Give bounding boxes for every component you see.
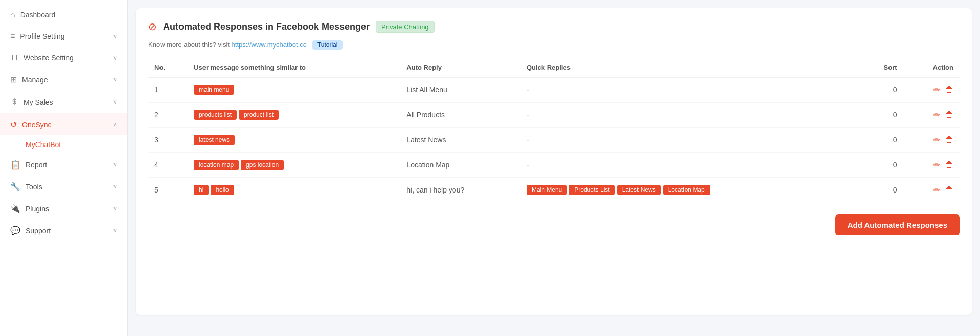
quick-reply-tag: Products List (569, 185, 614, 195)
delete-button[interactable]: 🗑 (945, 160, 953, 170)
table-row: 3latest newsLatest News-0✏🗑 (148, 128, 960, 153)
tutorial-badge[interactable]: Tutorial (312, 40, 343, 50)
sidebar-label-mychatbot: MyChatBot (26, 140, 61, 149)
col-trigger: User message something similar to (188, 59, 400, 77)
chevron-down-icon: ∨ (113, 183, 117, 190)
quick-reply-tag: Location Map (663, 185, 710, 195)
sidebar-label-onesync: OneSync (22, 121, 52, 129)
chevron-down-icon: ∨ (113, 227, 117, 234)
support-icon: 💬 (10, 226, 20, 235)
quick-replies-value: - (520, 153, 859, 178)
chevron-down-icon: ∨ (113, 33, 117, 40)
card-header: ⊘ Automated Responses in Facebook Messen… (148, 20, 960, 33)
table-row: 2products listproduct listAll Products-0… (148, 103, 960, 128)
sidebar-item-mychatbot[interactable]: MyChatBot (26, 135, 127, 154)
sidebar-label-support: Support (26, 227, 51, 235)
row-number: 2 (148, 103, 188, 128)
trigger-tag: main menu (194, 85, 234, 95)
quick-replies-value: Main MenuProducts ListLatest NewsLocatio… (520, 178, 859, 203)
trigger-tag: hello (211, 185, 234, 195)
row-number: 3 (148, 128, 188, 153)
automated-responses-icon: ⊘ (148, 20, 157, 33)
sidebar-item-website-setting[interactable]: 🖥 Website Setting ∨ (0, 47, 127, 68)
trigger-tag: products list (194, 110, 237, 120)
sidebar-item-onesync[interactable]: ↺ OneSync ∧ (0, 113, 127, 135)
sidebar-label-tools: Tools (26, 183, 42, 191)
action-cell: ✏🗑 (903, 128, 960, 153)
manage-icon: ⊞ (10, 75, 17, 84)
monitor-icon: 🖥 (10, 53, 18, 62)
action-cell: ✏🗑 (903, 103, 960, 128)
chevron-down-icon: ∨ (113, 99, 117, 105)
profile-icon: ≡ (10, 32, 15, 41)
col-auto-reply: Auto Reply (400, 59, 520, 77)
sidebar-item-my-sales[interactable]: ＄ My Sales ∨ (0, 90, 127, 113)
add-automated-responses-button[interactable]: Add Automated Responses (835, 214, 960, 235)
sidebar-label-sales: My Sales (24, 98, 53, 106)
edit-button[interactable]: ✏ (933, 110, 940, 120)
sidebar-label-website: Website Setting (24, 54, 74, 62)
sidebar-label-profile: Profile Setting (20, 32, 64, 40)
trigger-tag: product list (239, 110, 279, 120)
sidebar-label-plugins: Plugins (26, 205, 49, 213)
sidebar: ⌂ Dashboard ≡ Profile Setting ∨ 🖥 Websit… (0, 0, 128, 336)
edit-button[interactable]: ✏ (933, 185, 940, 195)
auto-reply-value: Location Map (400, 153, 520, 178)
sort-value: 0 (859, 178, 903, 203)
chevron-down-icon: ∨ (113, 205, 117, 212)
sidebar-item-report[interactable]: 📋 Report ∨ (0, 154, 127, 176)
row-tags: products listproduct list (188, 103, 400, 128)
trigger-tag: gps location (241, 160, 284, 170)
action-cell: ✏🗑 (903, 178, 960, 203)
quick-replies-value: - (520, 77, 859, 103)
delete-button[interactable]: 🗑 (945, 85, 953, 94)
edit-button[interactable]: ✏ (933, 135, 940, 145)
trigger-tag: hi (194, 185, 209, 195)
delete-button[interactable]: 🗑 (945, 135, 953, 145)
row-tags: latest news (188, 128, 400, 153)
col-no: No. (148, 59, 188, 77)
chevron-down-icon: ∨ (113, 76, 117, 83)
row-number: 1 (148, 77, 188, 103)
info-row: Know more about this? visit https://www.… (148, 41, 960, 49)
info-link[interactable]: https://www.mychatbot.cc (232, 41, 307, 49)
sidebar-item-manage[interactable]: ⊞ Manage ∨ (0, 68, 127, 90)
quick-reply-tag: Main Menu (527, 185, 567, 195)
private-chatting-badge: Private Chatting (376, 21, 435, 33)
quick-replies-value: - (520, 128, 859, 153)
main-content: ⊘ Automated Responses in Facebook Messen… (128, 0, 980, 336)
col-quick-replies: Quick Replies (520, 59, 859, 77)
plugins-icon: 🔌 (10, 204, 20, 213)
col-action: Action (903, 59, 960, 77)
sidebar-item-support[interactable]: 💬 Support ∨ (0, 220, 127, 242)
delete-button[interactable]: 🗑 (945, 185, 953, 195)
sidebar-item-profile-setting[interactable]: ≡ Profile Setting ∨ (0, 26, 127, 47)
sort-value: 0 (859, 128, 903, 153)
sidebar-item-plugins[interactable]: 🔌 Plugins ∨ (0, 198, 127, 220)
trigger-tag: location map (194, 160, 239, 170)
edit-button[interactable]: ✏ (933, 85, 940, 95)
responses-table: No. User message something similar to Au… (148, 59, 960, 202)
row-number: 5 (148, 178, 188, 203)
sidebar-sub-onesync: MyChatBot (0, 135, 127, 154)
sidebar-label-dashboard: Dashboard (20, 11, 56, 19)
auto-reply-value: All Products (400, 103, 520, 128)
sidebar-item-dashboard[interactable]: ⌂ Dashboard (0, 4, 127, 26)
action-cell: ✏🗑 (903, 77, 960, 103)
trigger-tag: latest news (194, 135, 235, 145)
report-icon: 📋 (10, 160, 20, 170)
sidebar-item-tools[interactable]: 🔧 Tools ∨ (0, 176, 127, 198)
sort-value: 0 (859, 153, 903, 178)
sidebar-label-report: Report (26, 161, 47, 169)
row-number: 4 (148, 153, 188, 178)
table-row: 5hihellohi, can i help you?Main MenuProd… (148, 178, 960, 203)
onesync-icon: ↺ (10, 119, 17, 129)
sort-value: 0 (859, 103, 903, 128)
edit-button[interactable]: ✏ (933, 160, 940, 170)
row-tags: location mapgps location (188, 153, 400, 178)
row-tags: hihello (188, 178, 400, 203)
auto-reply-value: List All Menu (400, 77, 520, 103)
delete-button[interactable]: 🗑 (945, 110, 953, 119)
row-tags: main menu (188, 77, 400, 103)
chevron-down-icon: ∨ (113, 55, 117, 61)
